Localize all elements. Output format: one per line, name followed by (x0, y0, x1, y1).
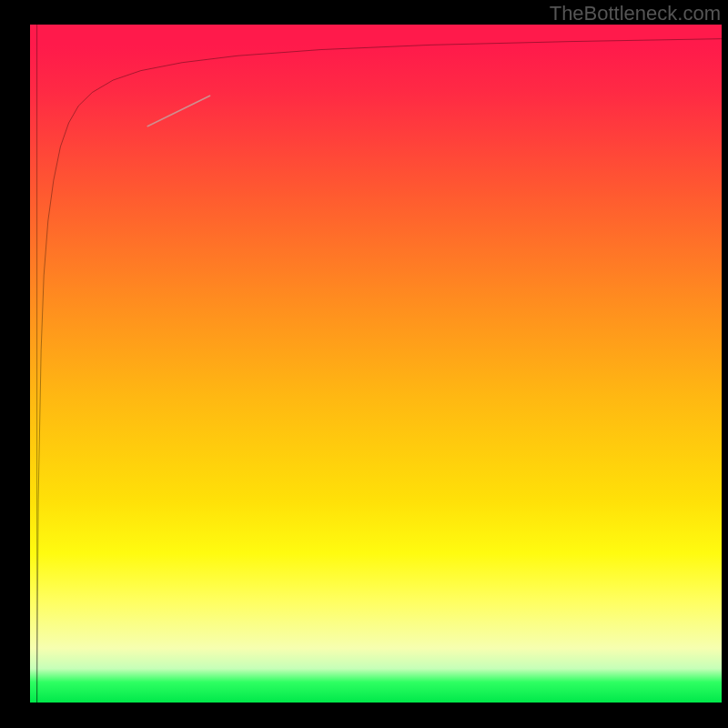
bottleneck-curve (37, 39, 722, 703)
highlight-segment (147, 96, 209, 126)
attribution-text: TheBottleneck.com (550, 2, 721, 25)
chart-svg (30, 25, 722, 703)
chart-plot-area (30, 25, 722, 703)
